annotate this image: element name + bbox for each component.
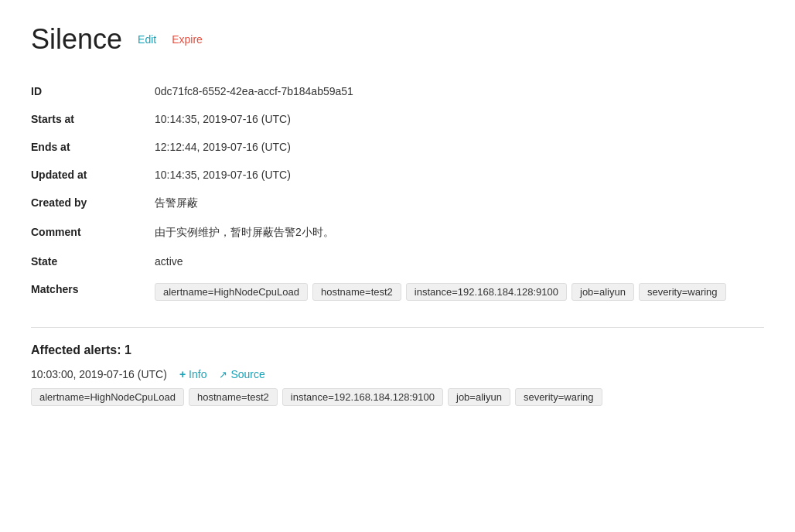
- starts-at-value: 10:14:35, 2019-07-16 (UTC): [155, 105, 764, 133]
- alert-badges-row: alertname=HighNodeCpuLoadhostname=test2i…: [31, 388, 764, 406]
- updated-at-row: Updated at 10:14:35, 2019-07-16 (UTC): [31, 161, 764, 189]
- ends-at-value: 12:12:44, 2019-07-16 (UTC): [155, 133, 764, 161]
- state-label: State: [31, 247, 155, 275]
- created-by-value: 告警屏蔽: [155, 189, 764, 218]
- ends-at-label: Ends at: [31, 133, 155, 161]
- comment-row: Comment 由于实例维护，暂时屏蔽告警2小时。: [31, 218, 764, 247]
- created-by-label: Created by: [31, 189, 155, 218]
- info-button[interactable]: + Info: [179, 368, 207, 380]
- matcher-badge: severity=waring: [639, 283, 726, 301]
- affected-alerts-heading: Affected alerts: 1: [31, 343, 764, 357]
- alert-badge: hostname=test2: [189, 388, 278, 406]
- matcher-badge: alertname=HighNodeCpuLoad: [155, 283, 308, 301]
- updated-at-value: 10:14:35, 2019-07-16 (UTC): [155, 161, 764, 189]
- page-header: Silence Edit Expire: [31, 23, 764, 56]
- updated-at-label: Updated at: [31, 161, 155, 189]
- state-value: active: [155, 247, 764, 275]
- matcher-badge: job=aliyun: [572, 283, 634, 301]
- expire-button[interactable]: Expire: [172, 33, 203, 46]
- info-table: ID 0dc71fc8-6552-42ea-accf-7b184ab59a51 …: [31, 77, 764, 309]
- matcher-badge: instance=192.168.184.128:9100: [406, 283, 567, 301]
- starts-at-row: Starts at 10:14:35, 2019-07-16 (UTC): [31, 105, 764, 133]
- id-label: ID: [31, 77, 155, 105]
- alert-badge: job=aliyun: [448, 388, 510, 406]
- alert-row-header: 10:03:00, 2019-07-16 (UTC) + Info ↗ Sour…: [31, 368, 764, 380]
- matchers-container: alertname=HighNodeCpuLoadhostname=test2i…: [155, 283, 764, 301]
- source-label: Source: [230, 368, 264, 380]
- chart-icon: ↗: [219, 369, 227, 380]
- matcher-badge: hostname=test2: [312, 283, 401, 301]
- created-by-row: Created by 告警屏蔽: [31, 189, 764, 218]
- state-row: State active: [31, 247, 764, 275]
- id-value: 0dc71fc8-6552-42ea-accf-7b184ab59a51: [155, 77, 764, 105]
- id-row: ID 0dc71fc8-6552-42ea-accf-7b184ab59a51: [31, 77, 764, 105]
- alert-badge: alertname=HighNodeCpuLoad: [31, 388, 184, 406]
- ends-at-row: Ends at 12:12:44, 2019-07-16 (UTC): [31, 133, 764, 161]
- matchers-row: Matchers alertname=HighNodeCpuLoadhostna…: [31, 275, 764, 309]
- matchers-container-cell: alertname=HighNodeCpuLoadhostname=test2i…: [155, 275, 764, 309]
- alert-timestamp: 10:03:00, 2019-07-16 (UTC): [31, 368, 167, 380]
- comment-value: 由于实例维护，暂时屏蔽告警2小时。: [155, 218, 764, 247]
- section-divider: [31, 327, 764, 328]
- matchers-label: Matchers: [31, 275, 155, 309]
- alert-badge: severity=waring: [515, 388, 602, 406]
- alert-badge: instance=192.168.184.128:9100: [282, 388, 443, 406]
- source-button[interactable]: ↗ Source: [219, 368, 264, 380]
- plus-icon: +: [179, 368, 186, 380]
- comment-label: Comment: [31, 218, 155, 247]
- page-title: Silence: [31, 23, 122, 56]
- info-label: Info: [189, 368, 206, 380]
- starts-at-label: Starts at: [31, 105, 155, 133]
- edit-button[interactable]: Edit: [138, 33, 156, 46]
